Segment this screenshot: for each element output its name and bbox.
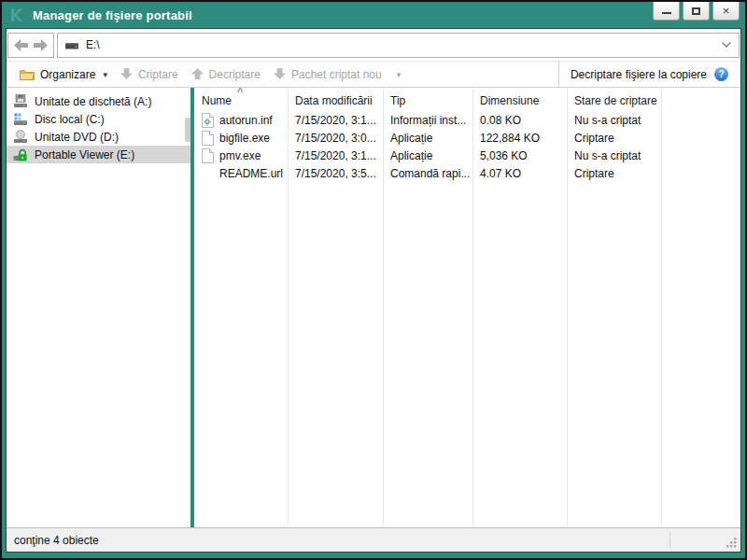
package-dropdown-icon: ▾ bbox=[388, 70, 402, 79]
file-name: autorun.inf bbox=[219, 114, 273, 127]
drive-icon bbox=[64, 38, 79, 51]
organize-dropdown-icon: ▾ bbox=[101, 70, 107, 79]
file-size-cell: 0.08 KO bbox=[472, 114, 567, 127]
table-header: ^ Nume Data modificării Tip Dimensiune S… bbox=[194, 88, 740, 111]
drive-item-portable-e[interactable]: Portable Viewer (E:) bbox=[7, 146, 190, 163]
file-icon bbox=[202, 131, 214, 146]
file-encryption-cell: Nu s-a criptat bbox=[567, 149, 661, 162]
file-row-pmv[interactable]: pmv.exe 7/15/2020, 3:1... Aplicație 5,03… bbox=[194, 147, 740, 164]
file-type-cell: Comandă rapi... bbox=[383, 167, 472, 180]
arrow-down-icon bbox=[274, 68, 286, 80]
file-name-cell: bigfile.exe bbox=[194, 131, 288, 146]
floppy-drive-icon bbox=[13, 94, 28, 108]
file-encryption-cell: Criptare bbox=[567, 167, 661, 180]
file-size-cell: 5,036 KO bbox=[472, 149, 567, 162]
file-size-cell: 4.07 KO bbox=[472, 167, 567, 180]
kaspersky-logo-icon bbox=[9, 7, 24, 22]
file-modified-cell: 7/15/2020, 3:5... bbox=[288, 167, 383, 180]
decrypt-button[interactable]: Decriptare bbox=[185, 62, 267, 87]
drive-list: Unitate de dischetă (A:) Disc local bbox=[7, 88, 190, 527]
setup-info-file-icon bbox=[202, 113, 214, 128]
drive-label: Portable Viewer (E:) bbox=[35, 148, 134, 161]
splitter-handle-icon[interactable] bbox=[185, 118, 190, 142]
status-bar: conţine 4 obiecte bbox=[7, 527, 740, 552]
folder-icon bbox=[20, 68, 35, 80]
new-encrypted-package-button[interactable]: Pachet criptat nou ▾ bbox=[267, 62, 407, 87]
file-row-autorun[interactable]: autorun.inf 7/15/2020, 3:1... Informații… bbox=[194, 111, 740, 129]
file-type-cell: Aplicație bbox=[383, 149, 472, 162]
navigation-bar: E:\ bbox=[7, 29, 740, 61]
dvd-drive-icon bbox=[13, 130, 28, 144]
title-bar: Manager de fişiere portabil × bbox=[2, 2, 745, 28]
file-encryption-cell: Nu s-a criptat bbox=[567, 114, 661, 127]
file-size-cell: 122,884 KO bbox=[472, 132, 567, 145]
file-type-cell: Informații inst... bbox=[383, 114, 472, 127]
decrypt-label: Decriptare bbox=[209, 68, 261, 81]
drive-label: Disc local (C:) bbox=[35, 113, 105, 126]
forward-icon[interactable] bbox=[34, 39, 48, 51]
drive-label: Unitate de dischetă (A:) bbox=[35, 95, 151, 108]
file-type-cell: Aplicație bbox=[383, 132, 472, 145]
file-name-cell: README.url bbox=[194, 166, 288, 181]
arrow-up-icon bbox=[191, 68, 204, 80]
main-area: Unitate de dischetă (A:) Disc local bbox=[7, 88, 740, 527]
file-icon bbox=[202, 148, 214, 163]
column-header-encryption[interactable]: Stare de criptare bbox=[567, 94, 661, 107]
address-text: E:\ bbox=[86, 38, 100, 51]
window-content: E:\ Organizare ▾ bbox=[6, 28, 741, 553]
app-window: Manager de fişiere portabil × bbox=[0, 0, 747, 560]
close-button[interactable]: × bbox=[712, 2, 740, 21]
maximize-button[interactable] bbox=[683, 2, 710, 21]
status-text: conţine 4 obiecte bbox=[14, 534, 99, 547]
new-encrypted-package-label: Pachet criptat nou bbox=[291, 68, 382, 81]
file-name-cell: pmv.exe bbox=[194, 148, 288, 163]
file-encryption-cell: Criptare bbox=[567, 132, 661, 145]
organize-button[interactable]: Organizare ▾ bbox=[13, 62, 114, 87]
history-buttons bbox=[7, 33, 54, 58]
column-header-type[interactable]: Tip bbox=[383, 94, 472, 107]
drive-item-local-c[interactable]: Disc local (C:) bbox=[7, 110, 190, 128]
file-name-cell: autorun.inf bbox=[194, 113, 288, 128]
file-modified-cell: 7/15/2020, 3:1... bbox=[288, 149, 383, 162]
status-divider bbox=[669, 532, 670, 548]
resize-grip-icon[interactable] bbox=[726, 537, 738, 549]
file-row-bigfile[interactable]: bigfile.exe 7/15/2020, 3:0... Aplicație … bbox=[194, 129, 740, 147]
arrow-down-icon bbox=[120, 68, 133, 80]
file-list: ^ Nume Data modificării Tip Dimensiune S… bbox=[194, 88, 740, 527]
decrypt-on-copy-setting: Decriptare fişiere la copiere ? bbox=[558, 62, 734, 87]
decrypt-on-copy-label: Decriptare fişiere la copiere bbox=[571, 68, 707, 81]
minimize-icon bbox=[662, 12, 671, 14]
file-row-readme[interactable]: README.url 7/15/2020, 3:5... Comandă rap… bbox=[194, 164, 740, 182]
encrypt-button[interactable]: Criptare bbox=[114, 62, 185, 87]
file-name: bigfile.exe bbox=[219, 132, 270, 145]
chevron-down-icon[interactable] bbox=[721, 41, 732, 49]
window-controls: × bbox=[650, 2, 740, 21]
maximize-icon bbox=[692, 7, 700, 15]
window-title: Manager de fişiere portabil bbox=[33, 8, 192, 22]
local-disk-icon bbox=[13, 112, 28, 126]
file-name: README.url bbox=[219, 167, 283, 180]
back-icon[interactable] bbox=[14, 39, 28, 51]
file-name: pmv.exe bbox=[219, 149, 261, 162]
screen: Manager de fişiere portabil × bbox=[0, 0, 747, 560]
empty-icon-slot bbox=[202, 166, 214, 181]
address-bar[interactable]: E:\ bbox=[57, 33, 740, 58]
column-header-modified[interactable]: Data modificării bbox=[288, 94, 383, 107]
minimize-button[interactable] bbox=[653, 2, 680, 21]
column-header-size[interactable]: Dimensiune bbox=[472, 94, 567, 107]
file-modified-cell: 7/15/2020, 3:0... bbox=[288, 132, 383, 145]
encrypted-drive-icon bbox=[13, 147, 28, 162]
help-icon[interactable]: ? bbox=[714, 67, 728, 81]
drive-label: Unitate DVD (D:) bbox=[35, 131, 119, 144]
toolbar: Organizare ▾ Criptare Decriptare bbox=[7, 61, 740, 88]
organize-label: Organizare bbox=[40, 68, 95, 81]
file-modified-cell: 7/15/2020, 3:1... bbox=[288, 114, 383, 127]
close-icon: × bbox=[723, 5, 730, 17]
drive-item-floppy-a[interactable]: Unitate de dischetă (A:) bbox=[7, 92, 190, 110]
sort-ascending-icon: ^ bbox=[237, 88, 243, 97]
encrypt-label: Criptare bbox=[138, 68, 178, 81]
drive-item-dvd-d[interactable]: Unitate DVD (D:) bbox=[7, 128, 190, 146]
